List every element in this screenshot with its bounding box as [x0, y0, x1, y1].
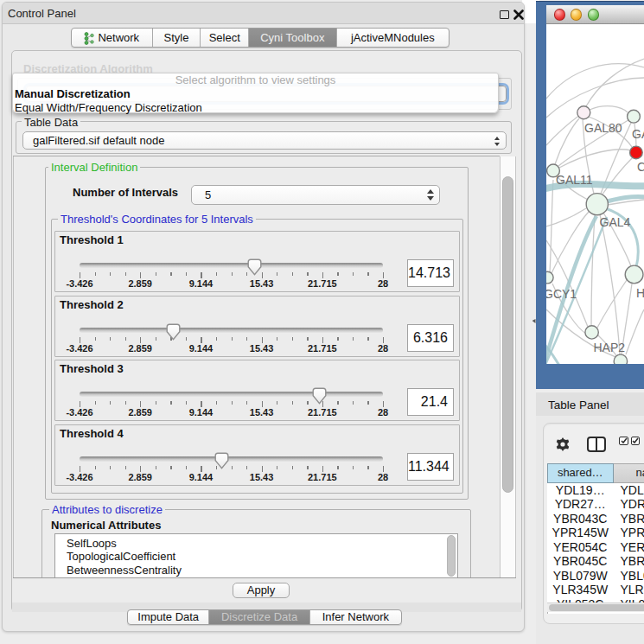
- svg-text:HAP2: HAP2: [594, 341, 626, 354]
- svg-text:GA: GA: [632, 127, 644, 141]
- svg-text:GAL80: GAL80: [584, 121, 622, 135]
- svg-text:GCY1: GCY1: [546, 287, 577, 301]
- svg-text:GAL11: GAL11: [556, 173, 593, 187]
- svg-text:GAL4: GAL4: [600, 215, 631, 229]
- svg-text:C: C: [637, 160, 644, 174]
- svg-text:H: H: [636, 286, 644, 300]
